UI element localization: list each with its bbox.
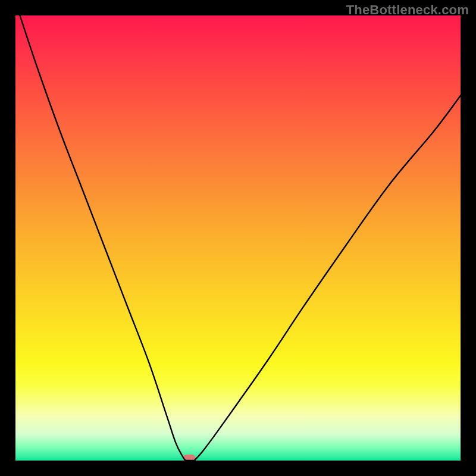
chart-frame: TheBottleneck.com [0, 0, 476, 476]
plot-area [15, 15, 461, 461]
gradient-background [15, 15, 461, 461]
